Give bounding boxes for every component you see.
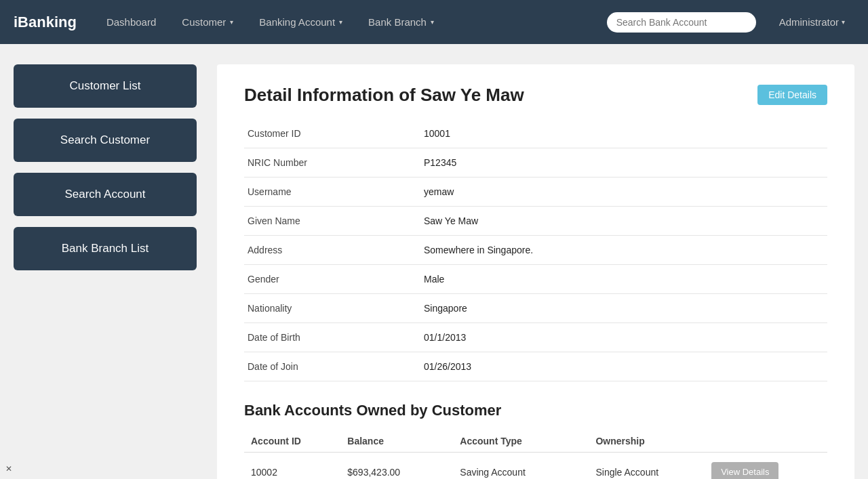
col-header bbox=[705, 430, 827, 453]
info-table-row: AddressSomewhere in Singapore. bbox=[244, 236, 827, 265]
nav-bank-branch[interactable]: Bank Branch ▾ bbox=[359, 11, 443, 33]
field-value: Saw Ye Maw bbox=[420, 207, 827, 236]
field-label: Username bbox=[244, 178, 420, 207]
field-label: Date of Join bbox=[244, 352, 420, 381]
view-details-button[interactable]: View Details bbox=[711, 462, 778, 479]
chevron-down-icon: ▾ bbox=[431, 18, 434, 26]
bank-accounts-title: Bank Accounts Owned by Customer bbox=[244, 402, 827, 419]
nav-dashboard[interactable]: Dashboard bbox=[97, 11, 165, 33]
brand-logo[interactable]: iBanking bbox=[14, 14, 77, 31]
view-details-cell: View Details bbox=[705, 453, 827, 480]
chevron-down-icon: ▾ bbox=[339, 18, 342, 26]
bank-branch-list-button[interactable]: Bank Branch List bbox=[14, 227, 197, 270]
field-label: Nationality bbox=[244, 294, 420, 323]
field-value: 01/26/2013 bbox=[420, 352, 827, 381]
info-table-row: NationalitySingapore bbox=[244, 294, 827, 323]
field-label: Date of Birth bbox=[244, 323, 420, 352]
admin-menu[interactable]: Administrator ▾ bbox=[770, 11, 854, 33]
edit-details-button[interactable]: Edit Details bbox=[757, 85, 827, 105]
col-header: Ownership bbox=[589, 430, 705, 453]
info-table-row: NRIC NumberP12345 bbox=[244, 148, 827, 178]
field-value: 01/1/2013 bbox=[420, 323, 827, 352]
info-table-row: Date of Join01/26/2013 bbox=[244, 352, 827, 381]
field-value: Singapore bbox=[420, 294, 827, 323]
col-header: Balance bbox=[340, 430, 453, 453]
info-table: Customer ID10001NRIC NumberP12345Usernam… bbox=[244, 119, 827, 381]
close-button[interactable]: ✕ bbox=[5, 464, 12, 474]
search-customer-button[interactable]: Search Customer bbox=[14, 119, 197, 162]
info-table-row: Customer ID10001 bbox=[244, 119, 827, 148]
main-content: Detail Information of Saw Ye Maw Edit De… bbox=[217, 64, 854, 479]
info-table-row: Given NameSaw Ye Maw bbox=[244, 207, 827, 236]
nav-banking-account[interactable]: Banking Account ▾ bbox=[250, 11, 352, 33]
field-label: Address bbox=[244, 236, 420, 265]
navbar: iBanking Dashboard Customer ▾ Banking Ac… bbox=[0, 0, 868, 44]
account-type: Saving Account bbox=[453, 453, 589, 480]
customer-list-button[interactable]: Customer List bbox=[14, 64, 197, 108]
info-table-row: GenderMale bbox=[244, 265, 827, 294]
chevron-down-icon: ▾ bbox=[842, 18, 845, 26]
search-account-button[interactable]: Search Account bbox=[14, 173, 197, 216]
field-value: yemaw bbox=[420, 178, 827, 207]
search-bank-account-input[interactable] bbox=[607, 12, 756, 33]
field-label: NRIC Number bbox=[244, 148, 420, 178]
detail-title: Detail Information of Saw Ye Maw bbox=[244, 85, 524, 106]
field-label: Customer ID bbox=[244, 119, 420, 148]
account-balance: $693,423.00 bbox=[340, 453, 453, 480]
col-header: Account Type bbox=[453, 430, 589, 453]
accounts-table: Account IDBalanceAccount TypeOwnership 1… bbox=[244, 430, 827, 479]
account-id: 10002 bbox=[244, 453, 340, 480]
field-value: Somewhere in Singapore. bbox=[420, 236, 827, 265]
col-header: Account ID bbox=[244, 430, 340, 453]
info-table-row: Date of Birth01/1/2013 bbox=[244, 323, 827, 352]
field-label: Gender bbox=[244, 265, 420, 294]
field-label: Given Name bbox=[244, 207, 420, 236]
account-ownership: Single Account bbox=[589, 453, 705, 480]
field-value: Male bbox=[420, 265, 827, 294]
field-value: 10001 bbox=[420, 119, 827, 148]
chevron-down-icon: ▾ bbox=[230, 18, 233, 26]
detail-header: Detail Information of Saw Ye Maw Edit De… bbox=[244, 85, 827, 106]
page-layout: Customer List Search Customer Search Acc… bbox=[0, 44, 868, 479]
info-table-row: Usernameyemaw bbox=[244, 178, 827, 207]
sidebar: Customer List Search Customer Search Acc… bbox=[14, 64, 197, 479]
search-container bbox=[607, 12, 756, 33]
account-row: 10002 $693,423.00 Saving Account Single … bbox=[244, 453, 827, 480]
field-value: P12345 bbox=[420, 148, 827, 178]
nav-customer[interactable]: Customer ▾ bbox=[172, 11, 243, 33]
